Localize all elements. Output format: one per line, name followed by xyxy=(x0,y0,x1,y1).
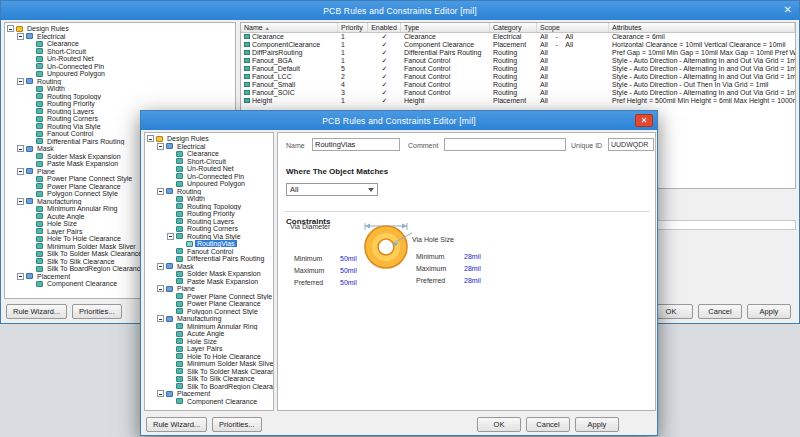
collapse-expander-icon[interactable] xyxy=(17,145,24,152)
collapse-expander-icon[interactable] xyxy=(17,168,24,175)
tree-item-clearance[interactable]: Clearance xyxy=(5,40,235,48)
tree-item-routing-topology[interactable]: Routing Topology xyxy=(145,203,273,211)
tree-item-mask[interactable]: Mask xyxy=(145,263,273,271)
rule-row-fanout-small[interactable]: Fanout_Small4✓Fanout ControlRoutingAllSt… xyxy=(241,81,795,89)
rule-enabled-checkbox[interactable]: ✓ xyxy=(368,41,401,49)
column-header-category[interactable]: Category xyxy=(490,23,537,32)
tree-item-electrical[interactable]: Electrical xyxy=(5,33,235,41)
tree-item-routing-priority[interactable]: Routing Priority xyxy=(5,100,235,108)
priorities-button[interactable]: Priorities... xyxy=(212,417,261,432)
cancel-button[interactable]: Cancel xyxy=(698,304,742,319)
close-icon[interactable]: ✕ xyxy=(784,4,792,16)
tree-item-acute-angle[interactable]: Acute Angle xyxy=(145,330,273,338)
cancel-button[interactable]: Cancel xyxy=(526,417,570,432)
rule-row-fanout-bga[interactable]: Fanout_BGA1✓Fanout ControlRoutingAllStyl… xyxy=(241,57,795,65)
collapse-expander-icon[interactable] xyxy=(17,198,24,205)
column-header-scope[interactable]: Scope xyxy=(537,23,609,32)
tree-item-electrical[interactable]: Electrical xyxy=(145,143,273,151)
tree-item-design-rules[interactable]: Design Rules xyxy=(145,135,273,143)
rule-enabled-checkbox[interactable]: ✓ xyxy=(368,97,401,105)
tree-item-solder-mask-expansion[interactable]: Solder Mask Expansion xyxy=(145,270,273,278)
tree-item-fanout-control[interactable]: Fanout Control xyxy=(145,248,273,256)
rule-wizard-button[interactable]: Rule Wizard... xyxy=(6,304,67,319)
collapse-expander-icon[interactable] xyxy=(157,315,164,322)
collapse-expander-icon[interactable] xyxy=(147,135,154,142)
rule-row-fanout-soic[interactable]: Fanout_SOIC3✓Fanout ControlRoutingAllSty… xyxy=(241,89,795,97)
tree-item-unpoured-polygon[interactable]: Unpoured Polygon xyxy=(145,180,273,188)
tree-item-silk-to-boardregion-clearance[interactable]: Silk To BoardRegion Clearance xyxy=(145,383,273,391)
tree-item-un-routed-net[interactable]: Un-Routed Net xyxy=(5,55,235,63)
collapse-expander-icon[interactable] xyxy=(157,390,164,397)
collapse-expander-icon[interactable] xyxy=(17,273,24,280)
tree-item-manufacturing[interactable]: Manufacturing xyxy=(145,315,273,323)
tree-item-component-clearance[interactable]: Component Clearance xyxy=(145,398,273,406)
apply-button[interactable]: Apply xyxy=(575,417,619,432)
tree-item-power-plane-connect-style[interactable]: Power Plane Connect Style xyxy=(145,293,273,301)
collapse-expander-icon[interactable] xyxy=(157,285,164,292)
via-hole-pref-value[interactable]: 28mil xyxy=(464,277,481,284)
rule-enabled-checkbox[interactable]: ✓ xyxy=(368,73,401,81)
priorities-button[interactable]: Priorities... xyxy=(72,304,121,319)
rule-row-fanout-lcc[interactable]: Fanout_LCC2✓Fanout ControlRoutingAllStyl… xyxy=(241,73,795,81)
collapse-expander-icon[interactable] xyxy=(167,233,174,240)
collapse-expander-icon[interactable] xyxy=(17,78,24,85)
rule-enabled-checkbox[interactable]: ✓ xyxy=(368,49,401,57)
collapse-expander-icon[interactable] xyxy=(157,188,164,195)
tree-item-un-connected-pin[interactable]: Un-Connected Pin xyxy=(5,63,235,71)
rule-row-diffpairsrouting[interactable]: DiffPairsRouting1✓Differential Pairs Rou… xyxy=(241,49,795,57)
tree-item-unpoured-polygon[interactable]: Unpoured Polygon xyxy=(5,70,235,78)
tree-item-routing-layers[interactable]: Routing Layers xyxy=(145,218,273,226)
tree-item-un-connected-pin[interactable]: Un-Connected Pin xyxy=(145,173,273,181)
tree-item-short-circuit[interactable]: Short-Circuit xyxy=(5,48,235,56)
scope-dropdown[interactable]: All xyxy=(286,183,378,196)
title-bar[interactable]: PCB Rules and Constraints Editor [mil] ✕ xyxy=(141,111,657,130)
collapse-expander-icon[interactable] xyxy=(157,143,164,150)
tree-item-paste-mask-expansion[interactable]: Paste Mask Expansion xyxy=(145,278,273,286)
tree-item-hole-to-hole-clearance[interactable]: Hole To Hole Clearance xyxy=(145,353,273,361)
tree-item-power-plane-clearance[interactable]: Power Plane Clearance xyxy=(145,300,273,308)
rule-enabled-checkbox[interactable]: ✓ xyxy=(368,57,401,65)
tree-item-plane[interactable]: Plane xyxy=(145,285,273,293)
tree-item-silk-to-solder-mask-clearance[interactable]: Silk To Solder Mask Clearance xyxy=(145,368,273,376)
tree-item-differential-pairs-routing[interactable]: Differential Pairs Routing xyxy=(145,255,273,263)
tree-item-hole-size[interactable]: Hole Size xyxy=(145,338,273,346)
rule-enabled-checkbox[interactable]: ✓ xyxy=(368,33,401,41)
column-header-name[interactable]: Name▲ xyxy=(241,23,338,32)
rule-row-clearance[interactable]: Clearance1✓ClearanceElectricalAll - AllC… xyxy=(241,33,795,41)
tree-item-minimum-annular-ring[interactable]: Minimum Annular Ring xyxy=(145,323,273,331)
apply-button[interactable]: Apply xyxy=(747,304,791,319)
column-header-enabled[interactable]: Enabled xyxy=(368,23,401,32)
comment-input[interactable] xyxy=(444,138,566,151)
tree-item-routing[interactable]: Routing xyxy=(145,188,273,196)
tree-item-routing[interactable]: Routing xyxy=(5,78,235,86)
via-hole-max-value[interactable]: 28mil xyxy=(464,265,481,272)
ok-button[interactable]: OK xyxy=(477,417,521,432)
tree-item-clearance[interactable]: Clearance xyxy=(145,150,273,158)
tree-item-routing-topology[interactable]: Routing Topology xyxy=(5,93,235,101)
rule-name-input[interactable] xyxy=(312,138,400,151)
rule-row-height[interactable]: Height1✓HeightPlacementAllPref Height = … xyxy=(241,97,795,105)
collapse-expander-icon[interactable] xyxy=(17,33,24,40)
tree-item-design-rules[interactable]: Design Rules xyxy=(5,25,235,33)
rule-enabled-checkbox[interactable]: ✓ xyxy=(368,65,401,73)
tree-item-short-circuit[interactable]: Short-Circuit xyxy=(145,158,273,166)
column-header-attributes[interactable]: Attributes xyxy=(609,23,795,32)
tree-item-layer-pairs[interactable]: Layer Pairs xyxy=(145,345,273,353)
tree-item-width[interactable]: Width xyxy=(145,195,273,203)
tree-item-minimum-solder-mask-sliver[interactable]: Minimum Solder Mask Sliver xyxy=(145,360,273,368)
rule-enabled-checkbox[interactable]: ✓ xyxy=(368,81,401,89)
tree-item-routing-priority[interactable]: Routing Priority xyxy=(145,210,273,218)
tree-item-polygon-connect-style[interactable]: Polygon Connect Style xyxy=(145,308,273,316)
collapse-expander-icon[interactable] xyxy=(157,263,164,270)
tree-item-routing-corners[interactable]: Routing Corners xyxy=(145,225,273,233)
column-header-type[interactable]: Type xyxy=(401,23,490,32)
tree-item-placement[interactable]: Placement xyxy=(145,390,273,398)
tree-item-width[interactable]: Width xyxy=(5,85,235,93)
column-header-priority[interactable]: Priority xyxy=(338,23,368,32)
collapse-expander-icon[interactable] xyxy=(7,25,14,32)
rule-row-fanout-default[interactable]: Fanout_Default5✓Fanout ControlRoutingAll… xyxy=(241,65,795,73)
rule-row-componentclearance[interactable]: ComponentClearance1✓Component ClearanceP… xyxy=(241,41,795,49)
tree-item-un-routed-net[interactable]: Un-Routed Net xyxy=(145,165,273,173)
tree-item-routingvias[interactable]: RoutingVias xyxy=(145,240,273,248)
title-bar[interactable]: PCB Rules and Constraints Editor [mil] ✕ xyxy=(1,1,799,20)
